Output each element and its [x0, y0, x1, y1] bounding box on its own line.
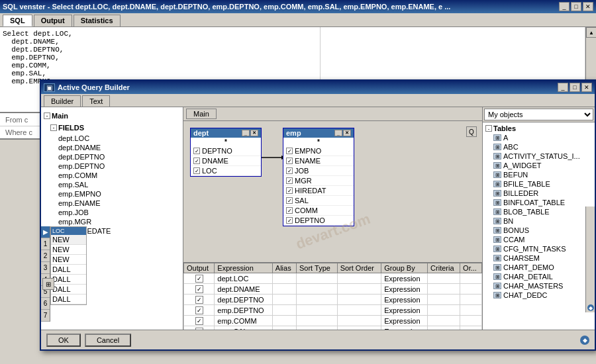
right-table-abc[interactable]: ⊞ ABC: [492, 142, 593, 152]
objects-dropdown[interactable]: My objects: [484, 109, 593, 120]
dept-row-deptno[interactable]: ✓ DEPTNO: [191, 146, 261, 156]
tab-statistics[interactable]: Statistics: [74, 15, 121, 26]
tree-main-item[interactable]: - Main: [44, 110, 180, 122]
row4-alias[interactable]: [272, 305, 296, 316]
q-button[interactable]: Q: [466, 126, 477, 137]
emp-ename-checkbox[interactable]: ✓: [286, 158, 293, 164]
emp-row-deptno[interactable]: ✓ DEPTNO: [283, 216, 354, 226]
emp-mgr-checkbox[interactable]: ✓: [286, 177, 293, 184]
close-button[interactable]: ✕: [583, 2, 593, 11]
table-row[interactable]: ✓ emp.COMM Expression: [184, 316, 482, 326]
row2-sort-order[interactable]: [337, 284, 381, 295]
row1-or[interactable]: [460, 273, 482, 284]
emp-hiredat-checkbox[interactable]: ✓: [286, 187, 293, 194]
dept-row-loc[interactable]: ✓ LOC: [191, 166, 261, 176]
aqb-close-button[interactable]: ✕: [581, 83, 592, 92]
row4-sort-type[interactable]: [297, 305, 338, 316]
right-table-chatdedc[interactable]: ⊞ CHAT_DEDC: [492, 291, 593, 300]
right-table-billeder[interactable]: ⊞ BILLEDER: [492, 189, 593, 198]
row1-alias[interactable]: [272, 273, 296, 284]
row5-or[interactable]: [460, 316, 482, 326]
emp-row-job[interactable]: ✓ JOB: [283, 166, 354, 176]
tree-field-empmgr[interactable]: emp.MGR: [58, 217, 180, 226]
emp-job-checkbox[interactable]: ✓: [286, 167, 293, 174]
dept-dname-checkbox[interactable]: ✓: [193, 158, 200, 164]
right-table-chartdemo[interactable]: ⊞ CHART_DEMO: [492, 263, 593, 272]
row1-output-checkbox[interactable]: ✓: [195, 275, 203, 283]
dept-close-btn[interactable]: ✕: [250, 130, 258, 136]
right-table-charsem[interactable]: ⊞ CHARSEM: [492, 253, 593, 263]
emp-empno-checkbox[interactable]: ✓: [286, 148, 293, 154]
row5-sort-order[interactable]: [337, 316, 381, 326]
dept-table-header[interactable]: dept _ ✕: [191, 128, 261, 138]
table-row[interactable]: ✓ emp.DEPTNO Expression: [184, 305, 482, 316]
right-table-blob[interactable]: ⊞ BLOB_TABLE: [492, 207, 593, 216]
right-table-chardetail[interactable]: ⊞ CHAR_DETAIL: [492, 272, 593, 281]
right-tree-tables-section[interactable]: - Tables: [484, 124, 593, 133]
dept-deptno-checkbox[interactable]: ✓: [193, 148, 200, 154]
row3-alias[interactable]: [272, 295, 296, 305]
right-table-awidget[interactable]: ⊞ A_WIDGET: [492, 161, 593, 170]
row3-or[interactable]: [460, 295, 482, 305]
table-row[interactable]: ✓ dept.LOC Expression: [184, 273, 482, 284]
tree-field-empjob[interactable]: emp.JOB: [58, 208, 180, 217]
right-table-bfile[interactable]: ⊞ BFILE_TABLE: [492, 179, 593, 189]
row4-output-checkbox[interactable]: ✓: [195, 306, 203, 314]
emp-row-empno[interactable]: ✓ EMPNO: [283, 146, 354, 156]
row5-alias[interactable]: [272, 316, 296, 326]
right-table-bn[interactable]: ⊞ BN: [492, 216, 593, 226]
canvas-tab-main[interactable]: Main: [186, 109, 217, 119]
right-table-a[interactable]: ⊞ A: [492, 133, 593, 142]
row4-or[interactable]: [460, 305, 482, 316]
minimize-button[interactable]: _: [559, 2, 570, 11]
row3-sort-order[interactable]: [337, 295, 381, 305]
right-table-binfloat[interactable]: ⊞ BINFLOAT_TABLE: [492, 198, 593, 207]
row1-sort-order[interactable]: [337, 273, 381, 284]
dept-minimize-btn[interactable]: _: [242, 130, 250, 136]
emp-minimize-btn[interactable]: _: [334, 130, 342, 136]
row5-criteria[interactable]: [428, 316, 460, 326]
row5-output-checkbox[interactable]: ✓: [195, 317, 203, 325]
row3-output-checkbox[interactable]: ✓: [195, 296, 203, 304]
row2-sort-type[interactable]: [297, 284, 338, 295]
row2-alias[interactable]: [272, 284, 296, 295]
emp-row-sal[interactable]: ✓ SAL: [283, 196, 354, 206]
table-row[interactable]: ✓ dept.DEPTNO Expression: [184, 295, 482, 305]
emp-row-ename[interactable]: ✓ ENAME: [283, 156, 354, 166]
right-table-charmasters[interactable]: ⊞ CHAR_MASTERS: [492, 281, 593, 291]
row2-or[interactable]: [460, 284, 482, 295]
maximize-button[interactable]: □: [571, 2, 581, 11]
aqb-tab-text[interactable]: Text: [82, 95, 110, 107]
tree-field-empename[interactable]: emp.ENAME: [58, 199, 180, 208]
dept-loc-checkbox[interactable]: ✓: [193, 167, 200, 174]
tree-expand-fields[interactable]: -: [50, 124, 57, 131]
tree-field-deptdeptno[interactable]: dept.DEPTNO: [58, 152, 180, 161]
emp-deptno-checkbox[interactable]: ✓: [286, 217, 293, 224]
tree-field-empdeptno[interactable]: emp.DEPTNO: [58, 161, 180, 171]
emp-row-mgr[interactable]: ✓ MGR: [283, 176, 354, 186]
tab-sql[interactable]: SQL: [3, 15, 32, 26]
emp-row-hiredat[interactable]: ✓ HIREDAT: [283, 186, 354, 196]
right-table-befun[interactable]: ⊞ BEFUN: [492, 170, 593, 179]
tree-expand-main[interactable]: -: [44, 113, 50, 119]
row5-sort-type[interactable]: [297, 316, 338, 326]
row3-criteria[interactable]: [428, 295, 460, 305]
right-table-ccam[interactable]: ⊞ CCAM: [492, 235, 593, 244]
ok-button[interactable]: OK: [46, 334, 81, 347]
tree-fields-item[interactable]: - FIELDS: [44, 122, 180, 134]
row1-criteria[interactable]: [428, 273, 460, 284]
aqb-tab-builder[interactable]: Builder: [44, 95, 81, 107]
emp-sal-checkbox[interactable]: ✓: [286, 197, 293, 204]
right-table-activity[interactable]: ⊞ ACTIVITY_STATUS_I...: [492, 152, 593, 161]
row4-criteria[interactable]: [428, 305, 460, 316]
tree-field-empcomm[interactable]: emp.COMM: [58, 171, 180, 180]
tab-output[interactable]: Output: [34, 15, 72, 26]
emp-row-comm[interactable]: ✓ COMM: [283, 206, 354, 216]
row4-sort-order[interactable]: [337, 305, 381, 316]
row2-criteria[interactable]: [428, 284, 460, 295]
tree-field-deptdname[interactable]: dept.DNAME: [58, 143, 180, 152]
grid-icon-button[interactable]: ⊞: [42, 278, 54, 290]
aqb-maximize-button[interactable]: □: [570, 83, 580, 92]
right-table-cfgmtn[interactable]: ⊞ CFG_MTN_TASKS: [492, 244, 593, 253]
right-expand-tables[interactable]: -: [485, 125, 492, 132]
